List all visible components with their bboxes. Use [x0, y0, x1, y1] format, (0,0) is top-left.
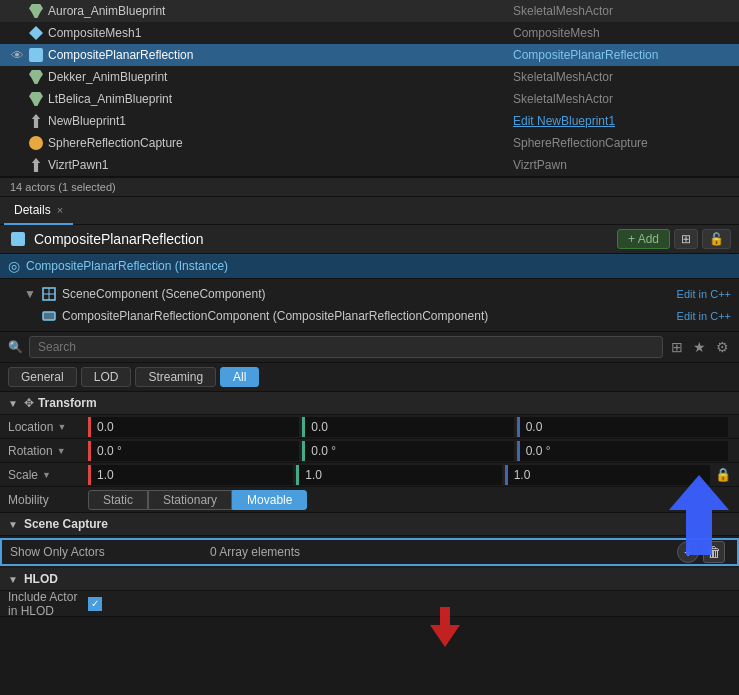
actor-name: SphereReflectionCapture	[48, 136, 513, 150]
mobility-label: Mobility	[8, 493, 88, 507]
rotation-y[interactable]	[302, 441, 513, 461]
component-row-1[interactable]: CompositePlanarReflectionComponent (Comp…	[0, 305, 739, 327]
actor-list: Aurora_AnimBlueprintSkeletalMeshActorCom…	[0, 0, 739, 177]
star-icon[interactable]: ★	[691, 337, 708, 357]
scene-component-icon	[40, 285, 58, 303]
array-info: 0 Array elements	[210, 545, 677, 559]
layout-button[interactable]: ⊞	[674, 229, 698, 249]
location-z[interactable]	[517, 417, 728, 437]
details-tab-bar: Details ×	[0, 197, 739, 225]
actor-type: VizrtPawn	[513, 158, 733, 172]
tab-label: Details	[14, 203, 51, 217]
include-hlod-row: Include Actor in HLOD	[0, 591, 739, 617]
instance-icon: ◎	[8, 258, 20, 274]
header-actions: + Add ⊞ 🔓	[617, 229, 731, 249]
expand-arrow-0[interactable]: ▼	[24, 287, 40, 301]
mobility-row: Mobility Static Stationary Movable	[0, 487, 739, 513]
actor-name: Aurora_AnimBlueprint	[48, 4, 513, 18]
scale-lock-icon[interactable]: 🔒	[715, 467, 731, 482]
filter-tabs: GeneralLODStreamingAll	[0, 363, 739, 392]
filter-tab-all[interactable]: All	[220, 367, 259, 387]
add-component-button[interactable]: + Add	[617, 229, 670, 249]
search-icon: 🔍	[8, 340, 23, 354]
actor-row[interactable]: Aurora_AnimBlueprintSkeletalMeshActor	[0, 0, 739, 22]
hlod-checkbox[interactable]	[88, 597, 102, 611]
actor-row[interactable]: VizrtPawn1VizrtPawn	[0, 154, 739, 176]
actor-name: LtBelica_AnimBlueprint	[48, 92, 513, 106]
location-label: Location ▼	[8, 420, 88, 434]
actor-icon	[28, 25, 44, 41]
stationary-btn[interactable]: Stationary	[148, 490, 232, 510]
transform-section-header[interactable]: ▼ ✥ Transform	[0, 392, 739, 415]
settings-icon[interactable]: ⚙	[714, 337, 731, 357]
scale-label: Scale ▼	[8, 468, 88, 482]
actor-row[interactable]: CompositeMesh1CompositeMesh	[0, 22, 739, 44]
rotation-dropdown[interactable]: ▼	[57, 446, 66, 456]
actor-row[interactable]: SphereReflectionCaptureSphereReflectionC…	[0, 132, 739, 154]
remove-array-element-btn[interactable]: 🗑	[703, 541, 725, 563]
add-array-element-btn[interactable]: +	[677, 541, 699, 563]
actor-row[interactable]: NewBlueprint1Edit NewBlueprint1	[0, 110, 739, 132]
actor-icon	[28, 3, 44, 19]
filter-tab-streaming[interactable]: Streaming	[135, 367, 216, 387]
details-tab[interactable]: Details ×	[4, 197, 73, 225]
actor-icon	[28, 69, 44, 85]
transform-arrow: ▼	[8, 398, 18, 409]
edit-cpp-btn-1[interactable]: Edit in C++	[677, 310, 731, 322]
scale-y[interactable]	[296, 465, 501, 485]
component-row-0[interactable]: ▼ SceneComponent (SceneComponent) Edit i…	[0, 283, 739, 305]
hlod-include-label: Include Actor in HLOD	[8, 590, 88, 618]
visibility-icon[interactable]: 👁	[6, 48, 28, 63]
location-x[interactable]	[88, 417, 299, 437]
filter-tab-lod[interactable]: LOD	[81, 367, 132, 387]
transform-title: Transform	[38, 396, 97, 410]
hlod-title: HLOD	[24, 572, 58, 586]
columns-icon[interactable]: ⊞	[669, 337, 685, 357]
rotation-row: Rotation ▼	[0, 439, 739, 463]
location-y[interactable]	[302, 417, 513, 437]
actor-row[interactable]: LtBelica_AnimBlueprintSkeletalMeshActor	[0, 88, 739, 110]
actor-type: SkeletalMeshActor	[513, 70, 733, 84]
component-tree: ▼ SceneComponent (SceneComponent) Edit i…	[0, 279, 739, 332]
rotation-label: Rotation ▼	[8, 444, 88, 458]
actor-icon	[28, 113, 44, 129]
actor-icon	[28, 157, 44, 173]
scene-component-name: SceneComponent (SceneComponent)	[62, 287, 677, 301]
details-title: CompositePlanarReflection	[34, 231, 617, 247]
instance-row[interactable]: ◎ CompositePlanarReflection (Instance)	[0, 254, 739, 279]
details-header: CompositePlanarReflection + Add ⊞ 🔓	[0, 225, 739, 254]
actor-count: 14 actors (1 selected)	[10, 181, 116, 193]
filter-tab-general[interactable]: General	[8, 367, 77, 387]
planar-component-name: CompositePlanarReflectionComponent (Comp…	[62, 309, 677, 323]
scale-dropdown[interactable]: ▼	[42, 470, 51, 480]
status-bar: 14 actors (1 selected)	[0, 177, 739, 197]
location-row: Location ▼	[0, 415, 739, 439]
tab-close-btn[interactable]: ×	[57, 204, 63, 216]
actor-name: NewBlueprint1	[48, 114, 513, 128]
scale-z[interactable]	[505, 465, 710, 485]
rotation-z[interactable]	[517, 441, 728, 461]
planar-component-icon	[40, 307, 58, 325]
actor-name: VizrtPawn1	[48, 158, 513, 172]
show-only-actors-row: Show Only Actors 0 Array elements + 🗑	[0, 538, 739, 566]
rotation-x[interactable]	[88, 441, 299, 461]
scene-capture-section-header[interactable]: ▼ Scene Capture	[0, 513, 739, 536]
search-input[interactable]	[29, 336, 663, 358]
scale-x[interactable]	[88, 465, 293, 485]
scene-capture-title: Scene Capture	[24, 517, 108, 531]
show-only-label: Show Only Actors	[10, 545, 210, 559]
edit-cpp-btn-0[interactable]: Edit in C++	[677, 288, 731, 300]
static-btn[interactable]: Static	[88, 490, 148, 510]
hlod-section-header[interactable]: ▼ HLOD	[0, 568, 739, 591]
actor-type: SkeletalMeshActor	[513, 92, 733, 106]
actor-type: SphereReflectionCapture	[513, 136, 733, 150]
movable-btn[interactable]: Movable	[232, 490, 307, 510]
actor-icon	[28, 47, 44, 63]
transform-icon: ✥	[24, 396, 34, 410]
lock-button[interactable]: 🔓	[702, 229, 731, 249]
actor-row[interactable]: Dekker_AnimBlueprintSkeletalMeshActor	[0, 66, 739, 88]
scale-row: Scale ▼ 🔒	[0, 463, 739, 487]
actor-type: CompositePlanarReflection	[513, 48, 733, 62]
location-dropdown[interactable]: ▼	[57, 422, 66, 432]
actor-row[interactable]: 👁CompositePlanarReflectionCompositePlana…	[0, 44, 739, 66]
